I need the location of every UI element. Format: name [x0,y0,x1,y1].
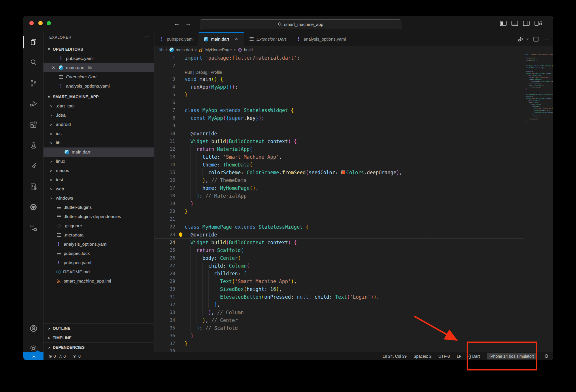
tree-item-pubspec.yaml[interactable]: !pubspec.yaml [44,258,154,267]
code-line-text[interactable]: return MaterialApp( [185,145,252,153]
codelens-run-debug-profile[interactable]: Run | Debug | Profile [154,69,524,75]
tree-item-lib[interactable]: ∨lib [44,138,154,147]
run-dropdown-icon[interactable]: ∨ [526,37,529,41]
code-line-text[interactable]: } [185,91,188,99]
tree-item-.gitignore[interactable]: .gitignore [44,221,154,230]
tree-item-.metadata[interactable]: .metadata [44,230,154,240]
code-line-text[interactable]: } [185,340,188,347]
code-line-text[interactable]: @override [185,130,217,137]
open-editor-pubspec.yaml[interactable]: !pubspec.yaml [44,54,154,63]
code-line-text[interactable]: return Scaffold( [185,246,244,254]
run-debug-file-icon[interactable] [517,35,524,43]
zoom-window-button[interactable] [47,21,51,25]
toggle-primary-sidebar-icon[interactable] [500,20,507,26]
eol-status[interactable]: LF [457,354,461,359]
tab-Extension: Dart[interactable]: Extension: Dart [244,32,291,46]
code-line-text[interactable]: ), // Center [185,316,238,324]
command-center-search[interactable]: smart_machine_app [200,19,401,29]
code-line-text[interactable]: } [185,332,194,340]
toggle-panel-icon[interactable] [511,20,519,26]
tree-item-.flutter-plugins[interactable]: .flutter-plugins [44,203,154,212]
indentation-status[interactable]: Spaces: 2 [413,354,431,359]
tree-item-.dart_tool[interactable]: >.dart_tool [44,101,154,111]
close-window-button[interactable] [29,21,34,25]
code-line-text[interactable]: ElevatedButton(onPressed: null, child: T… [185,293,379,301]
minimap[interactable]: import 'package:flutter/material.dart';v… [525,54,553,352]
lightbulb-icon[interactable] [179,232,182,236]
section-timeline[interactable]: >TIMELINE [44,333,154,342]
code-line-text[interactable]: child: Column( [185,262,250,270]
sidebar-item-source-control[interactable] [23,75,44,91]
code-line-text[interactable]: } [185,207,188,215]
close-icon[interactable]: × [51,65,56,70]
more-actions-icon[interactable]: ··· [543,36,549,42]
code-line-text[interactable]: theme: ThemeData( [185,161,252,168]
tree-item-ios[interactable]: >ios [44,129,154,138]
language-status[interactable]: {} Dart [468,354,480,359]
encoding-status[interactable]: UTF-8 [438,354,450,359]
customize-layout-icon[interactable] [534,20,542,26]
code-line-text[interactable]: ); // MaterialApp [185,192,247,200]
remote-indicator[interactable]: >< [23,352,44,360]
minimize-window-button[interactable] [38,21,43,25]
code-line-text[interactable]: Text('Smart Machine App'), [185,277,297,285]
project-header[interactable]: ∨ SMART_MACHINE_APP [44,92,154,101]
split-editor-icon[interactable] [533,36,539,42]
sidebar-item-run-debug[interactable] [23,96,44,112]
tree-item-main.dart[interactable]: main.dart [44,147,154,157]
code-line-text[interactable]: const MyApp({super.key}); [185,114,264,122]
toggle-secondary-sidebar-icon[interactable] [523,20,530,26]
section-outline[interactable]: >OUTLINE [44,323,154,333]
tree-item-.flutter-plugins-dependencies[interactable]: .flutter-plugins-dependencies [44,212,154,221]
code-line-text[interactable]: Widget build(BuildContext context) { [185,238,297,246]
code-line-text[interactable]: runApp(MyApp()); [185,83,238,91]
code-line-text[interactable]: children: [ [185,270,247,277]
forward-icon[interactable]: → [185,20,191,27]
sidebar-item-flutter[interactable] [23,158,44,174]
code-line-text[interactable]: ), // Column [185,308,244,316]
code-line-text[interactable]: void main() { [185,75,223,83]
notifications-bell-icon[interactable] [544,354,549,359]
code-line-text[interactable]: title: 'Smart Machine App', [185,153,282,161]
section-dependencies[interactable]: >DEPENDENCIES [44,342,154,352]
code-line-text[interactable]: ], [185,301,220,308]
open-editor-Extension: Dart[interactable]: Extension: Dart [44,72,154,82]
tree-item-android[interactable]: >android [44,120,154,129]
sidebar-item-code-runner[interactable] [23,179,44,195]
back-icon[interactable]: ← [174,20,180,27]
tree-item-web[interactable]: >web [44,184,154,194]
tab-pubspec.yaml[interactable]: !pubspec.yaml [154,32,199,46]
tree-item-.idea[interactable]: >.idea [44,111,154,120]
breadcrumb-item-build[interactable]: build [238,48,253,52]
code-line-text[interactable]: @override [185,231,217,238]
account-button[interactable] [23,320,44,336]
tree-item-test[interactable]: >test [44,175,154,184]
device-selector-status[interactable]: iPhone 14 (ios simulator) [487,353,537,359]
code-line-text[interactable]: import 'package:flutter/material.dart'; [185,54,300,62]
problems-status[interactable]: ⊗ 0 △ 0 [49,354,66,359]
open-editors-header[interactable]: ∨ OPEN EDITORS [44,44,154,54]
sidebar-item-testing[interactable] [23,137,44,153]
tree-item-pubspec.lock[interactable]: pubspec.lock [44,249,154,258]
breadcrumb-item-MyHomePage[interactable]: MyHomePage [199,48,232,52]
sidebar-item-search[interactable] [23,54,44,70]
code-line-text[interactable] [185,122,190,130]
code-line-text[interactable]: ); // Scaffold [185,324,238,332]
broadcast-status[interactable]: 0 [72,354,81,359]
code-line-text[interactable]: body: Center( [185,254,241,262]
code-line-text[interactable]: class MyHomePage extends StatelessWidget… [185,223,309,231]
open-editor-main.dart[interactable]: ×main.dartlib [44,63,154,72]
tree-item-analysis_options.yaml[interactable]: !analysis_options.yaml [44,240,154,249]
tree-item-smart_machine_app.iml[interactable]: smart_machine_app.iml [44,277,154,286]
breadcrumb-item-main.dart[interactable]: main.dart [170,48,193,52]
code-line-text[interactable]: class MyApp extends StatelessWidget { [185,106,294,114]
code-line-text[interactable]: colorScheme: ColorScheme.fromSeed(seedCo… [185,168,402,176]
tree-item-macos[interactable]: >macos [44,166,154,175]
sidebar-item-github[interactable] [23,199,44,215]
code-line-text[interactable]: home: MyHomePage(), [185,184,258,192]
breadcrumb-item-lib[interactable]: lib [159,48,164,52]
cursor-position-status[interactable]: Ln 24, Col 39 [383,354,407,359]
tab-main.dart[interactable]: main.dart× [199,32,244,46]
tree-item-linux[interactable]: >linux [44,157,154,166]
sidebar-item-extensions[interactable] [23,117,44,133]
